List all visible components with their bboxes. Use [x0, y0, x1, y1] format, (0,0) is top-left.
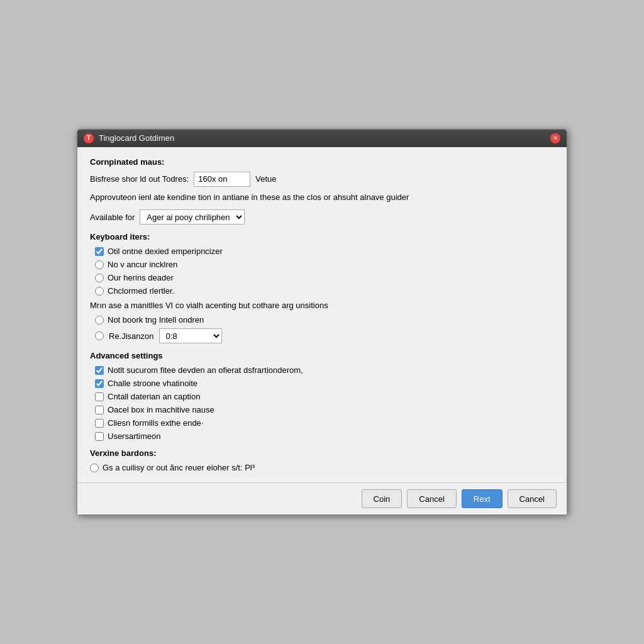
ko3-label: Our herins deader: [108, 273, 174, 282]
available-select[interactable]: Ager ai pooy chriliphen Option 2 Option …: [140, 209, 245, 225]
sub-option-1: Not boork tng Intell ondren: [95, 315, 554, 325]
advanced-option-3: Cntall daterian an caption: [95, 392, 554, 401]
ko2-radio[interactable]: [95, 260, 104, 269]
cancel2-button[interactable]: Cancel: [508, 489, 557, 508]
field1-row: Bisfrese shor ld out Todres: Vetue: [90, 172, 554, 187]
advanced-option-2: Challe stroone vhatinoite: [95, 379, 554, 388]
so1-label: Not boork tng Intell ondren: [108, 315, 204, 325]
titlebar-left: T Tinglocard Gotdimen: [84, 133, 174, 143]
dialog-window: T Tinglocard Gotdimen ✕ Cornpinated maus…: [77, 129, 567, 515]
keyboard-option-2: No v ancur incklren: [95, 260, 554, 269]
dialog-content: Cornpinated maus: Bisfrese shor ld out T…: [77, 147, 567, 482]
dialog-title: Tinglocard Gotdimen: [99, 133, 174, 143]
ao2-checkbox[interactable]: [95, 379, 104, 388]
available-label: Available for: [90, 213, 135, 222]
so2-label: Re.Jisanzon: [109, 331, 154, 341]
ko3-radio[interactable]: [95, 274, 104, 282]
sub-option-2: Re.Jisanzon 0:8 1:4 2:2: [95, 328, 554, 343]
advanced-option-6: Usersartimeon: [95, 431, 554, 441]
dialog-footer: Coin Cancel Rext Cancel: [77, 482, 567, 514]
app-icon: T: [84, 133, 94, 143]
keyboard-option-4: Chclormed rlertler.: [95, 286, 554, 296]
titlebar: T Tinglocard Gotdimen ✕: [77, 130, 567, 147]
so1-radio[interactable]: [95, 316, 104, 325]
field1-label: Bisfrese shor ld out Todres:: [90, 174, 189, 184]
section3-header: Advanced settings: [90, 351, 554, 360]
ko4-label: Chclormed rlertler.: [108, 286, 174, 296]
sub-description: Mrın ase a manitlles VI co vialh acentin…: [90, 301, 554, 310]
available-row: Available for Ager ai pooy chriliphen Op…: [90, 209, 554, 225]
ao4-checkbox[interactable]: [95, 406, 104, 414]
ao4-label: Oacel box in machitive nause: [108, 405, 214, 414]
ao1-label: Notlt sucurom fitee devden an ofierat ds…: [108, 365, 303, 375]
section4-header: Verxine bardons:: [90, 448, 554, 458]
ao3-checkbox[interactable]: [95, 392, 104, 401]
ao5-checkbox[interactable]: [95, 419, 104, 428]
keyboard-option-1: Otil ontne dexied emperipncizer: [95, 247, 554, 256]
advanced-option-1: Notlt sucurom fitee devden an ofierat ds…: [95, 365, 554, 375]
sub-options: Not boork tng Intell ondren Re.Jisanzon …: [95, 315, 554, 343]
description1: Approvuteon ienl ate kendine tion in ant…: [90, 192, 554, 203]
section4-option: Gs a cuilisy or out ãnc reuer eioher s/t…: [90, 463, 554, 472]
so2-radio[interactable]: [95, 331, 104, 340]
field1-extra: Vetue: [255, 174, 276, 184]
s4o1-label: Gs a cuilisy or out ãnc reuer eioher s/t…: [103, 463, 255, 472]
advanced-option-5: Cliesn formills exthe ende·: [95, 418, 554, 428]
field1-input[interactable]: [194, 172, 250, 187]
coin-button[interactable]: Coin: [362, 489, 402, 508]
ao6-checkbox[interactable]: [95, 432, 104, 441]
keyboard-option-3: Our herins deader: [95, 273, 554, 282]
ko1-label: Otil ontne dexied emperipncizer: [108, 247, 223, 256]
next-button[interactable]: Rext: [462, 489, 502, 508]
ao2-label: Challe stroone vhatinoite: [108, 379, 197, 388]
ao1-checkbox[interactable]: [95, 366, 104, 375]
ko2-label: No v ancur incklren: [108, 260, 177, 269]
cancel1-button[interactable]: Cancel: [407, 489, 456, 508]
advanced-options: Notlt sucurom fitee devden an ofierat ds…: [95, 365, 554, 441]
ao5-label: Cliesn formills exthe ende·: [108, 418, 203, 428]
close-button[interactable]: ✕: [550, 133, 560, 143]
s4o1-radio[interactable]: [90, 464, 99, 472]
ao3-label: Cntall daterian an caption: [108, 392, 200, 401]
keyboard-options: Otil ontne dexied emperipncizer No v anc…: [95, 247, 554, 296]
ko1-checkbox[interactable]: [95, 247, 104, 256]
advanced-option-4: Oacel box in machitive nause: [95, 405, 554, 414]
ao6-label: Usersartimeon: [108, 431, 161, 441]
section1-header: Cornpinated maus:: [90, 157, 554, 167]
sub-select[interactable]: 0:8 1:4 2:2: [159, 328, 222, 343]
ko4-radio[interactable]: [95, 287, 104, 296]
section2-header: Keyboard iters:: [90, 232, 554, 242]
